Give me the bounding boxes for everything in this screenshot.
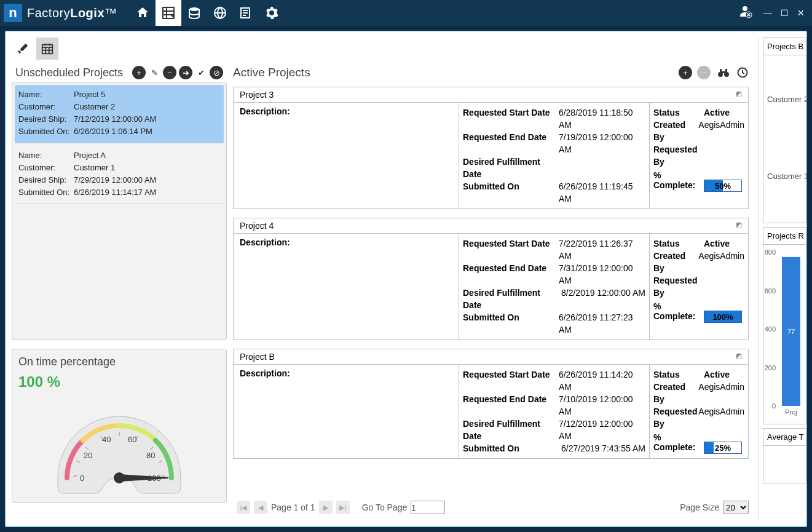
unscheduled-title: Unscheduled Projects <box>15 66 130 79</box>
window-close[interactable]: ✕ <box>797 8 805 18</box>
add-icon[interactable]: + <box>132 66 146 79</box>
add-project-icon[interactable]: + <box>679 66 692 79</box>
svg-rect-40 <box>722 71 725 73</box>
gauge-visual: 0 20 40 60 80 100 <box>18 392 220 496</box>
title-bar: n FactoryLogix™ — ☐ ✕ <box>0 0 812 26</box>
gauge-value: 100 % <box>18 373 220 391</box>
svg-text:20: 20 <box>84 451 92 460</box>
user-icon[interactable] <box>738 4 752 22</box>
tab-calendar-icon[interactable] <box>36 38 58 60</box>
svg-point-10 <box>743 6 747 11</box>
pager-prev-icon[interactable]: ◀ <box>254 501 267 514</box>
forward-icon[interactable]: ➜ <box>179 66 192 79</box>
svg-text:Proj: Proj <box>785 408 797 416</box>
svg-rect-12 <box>42 45 53 54</box>
progress-bar: 50% <box>704 180 742 192</box>
svg-text:100: 100 <box>148 474 161 483</box>
unscheduled-card[interactable]: Name:Project ACustomer:Customer 1Desired… <box>15 146 224 204</box>
svg-rect-39 <box>725 69 727 73</box>
remove-icon[interactable]: − <box>163 66 176 79</box>
svg-point-4 <box>189 7 199 11</box>
goto-page-input[interactable] <box>411 501 445 514</box>
side-panel-projects-r[interactable]: Projects R 020040060080077Proj <box>763 227 806 424</box>
progress-bar: 25% <box>704 442 742 454</box>
pager-first-icon[interactable]: |◀ <box>237 501 250 514</box>
nav-database-icon[interactable] <box>181 0 207 26</box>
unscheduled-header: Unscheduled Projects + ✎ − ➜ ✔ ⊘ <box>12 63 227 82</box>
nav-projects-icon[interactable] <box>156 0 181 26</box>
svg-text:800: 800 <box>765 248 776 256</box>
svg-text:60: 60 <box>128 435 136 444</box>
progress-bar: 100% <box>704 311 742 323</box>
edit-icon[interactable]: ✎ <box>148 66 160 79</box>
nav-home-icon[interactable] <box>130 0 156 26</box>
app-logo: n <box>4 4 22 22</box>
project-card[interactable]: Project B◩Description:Requested Start Da… <box>233 349 749 459</box>
pager-next-icon[interactable]: ▶ <box>319 501 333 514</box>
side-panel-average-t[interactable]: Average T <box>763 428 806 483</box>
svg-text:80: 80 <box>146 451 155 460</box>
resize-icon[interactable]: ◩ <box>736 221 742 231</box>
svg-text:200: 200 <box>765 364 776 371</box>
svg-text:77: 77 <box>787 328 795 335</box>
app-brand: FactoryLogix™ <box>27 6 117 20</box>
svg-rect-38 <box>720 69 722 73</box>
svg-text:600: 600 <box>765 287 776 295</box>
goto-page-label: Go To Page <box>362 502 408 512</box>
svg-text:400: 400 <box>765 325 776 333</box>
gauge-title: On time percentage <box>18 355 220 368</box>
window-minimize[interactable]: — <box>763 8 772 18</box>
side-label: Customer 1 <box>767 172 802 181</box>
nav-globe-icon[interactable] <box>207 0 233 26</box>
project-card[interactable]: Project 3◩Description:Requested Start Da… <box>233 87 749 209</box>
clock-icon[interactable] <box>736 66 749 79</box>
window-maximize[interactable]: ☐ <box>781 8 789 18</box>
remove-project-icon[interactable]: − <box>697 66 711 79</box>
project-card[interactable]: Project 4◩Description:Requested Start Da… <box>233 218 749 340</box>
side-panel-projects-b[interactable]: Projects B Customer 2 Customer 1 <box>763 38 806 223</box>
unscheduled-card[interactable]: Name:Project 5Customer:Customer 2Desired… <box>15 85 224 143</box>
svg-text:0: 0 <box>772 402 776 410</box>
page-size-label: Page Size <box>680 502 719 512</box>
page-size-select[interactable]: 20 <box>723 501 749 514</box>
resize-icon[interactable]: ◩ <box>736 352 742 362</box>
nav-document-icon[interactable] <box>233 0 259 26</box>
pager-last-icon[interactable]: ▶| <box>336 501 350 514</box>
pager: |◀ ◀ Page 1 of 1 ▶ ▶| Go To Page Page Si… <box>233 494 752 520</box>
tab-tools-icon[interactable] <box>12 38 34 60</box>
resize-icon[interactable]: ◩ <box>736 90 742 100</box>
nav-settings-icon[interactable] <box>259 0 285 26</box>
svg-text:40: 40 <box>102 435 111 444</box>
pager-page-label: Page 1 of 1 <box>271 502 315 512</box>
bar-chart: 020040060080077Proj <box>765 247 806 419</box>
active-title: Active Projects <box>233 66 679 79</box>
side-label: Customer 2 <box>767 95 802 104</box>
unscheduled-list[interactable]: Name:Project 5Customer:Customer 2Desired… <box>12 82 227 340</box>
svg-text:0: 0 <box>80 474 84 483</box>
deny-icon[interactable]: ⊘ <box>210 66 223 79</box>
gauge-panel: On time percentage 100 % <box>12 349 227 503</box>
check-icon[interactable]: ✔ <box>195 66 207 79</box>
binoculars-icon[interactable] <box>715 66 731 79</box>
projects-list: Project 3◩Description:Requested Start Da… <box>233 82 752 467</box>
right-sidebar: Projects B Customer 2 Customer 1 Project… <box>759 38 806 520</box>
